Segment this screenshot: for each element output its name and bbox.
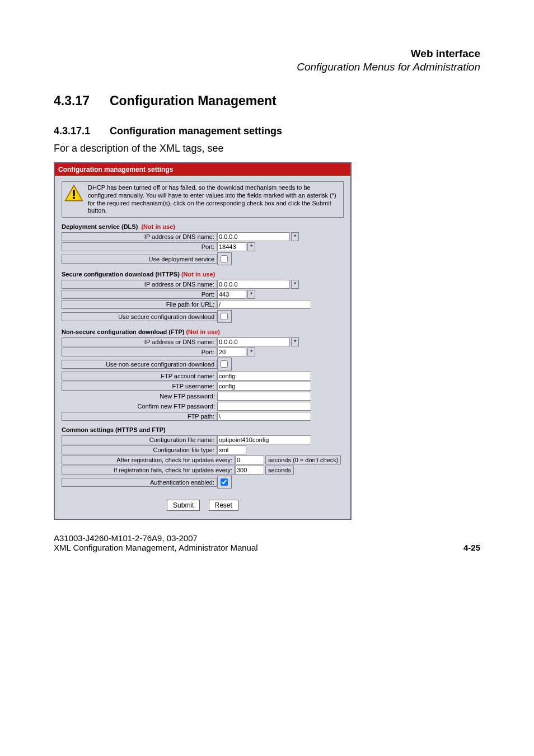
asterisk-mark: * [291,232,299,241]
header-title: Web interface [54,48,480,60]
asterisk-mark: * [247,242,255,251]
dls-use-checkbox[interactable] [221,255,228,262]
common-heading: Common settings (HTTPS and FTP) [62,426,344,433]
https-path-label: File path for URL: [62,300,217,309]
common-filename-input[interactable] [217,435,311,444]
https-port-label: Port: [62,290,217,299]
https-path-input[interactable] [217,300,311,309]
dls-ip-label: IP address or DNS name: [62,232,217,241]
ftp-account-input[interactable] [217,372,311,381]
page-header: Web interface Configuration Menus for Ad… [54,48,480,73]
footer-line1: A31003-J4260-M101-2-76A9, 03-2007 [54,533,258,543]
https-ip-label: IP address or DNS name: [62,280,217,289]
info-box: DHCP has been turned off or has failed, … [62,181,344,218]
dls-use-label: Use deployment service [62,255,217,264]
ftp-ip-label: IP address or DNS name: [62,337,217,346]
section-heading: 4.3.17Configuration Management [54,93,480,109]
ftp-confirmpw-label: Confirm new FTP password: [62,402,217,410]
asterisk-mark: * [291,337,299,346]
ftp-confirmpw-input[interactable] [217,402,311,411]
common-iffail-trail: seconds [265,466,294,475]
common-iffail-label: If registration fails, check for updates… [62,466,235,475]
ftp-path-input[interactable] [217,412,311,421]
common-afterreg-label: After registration, check for updates ev… [62,456,235,464]
common-iffail-input[interactable] [235,466,264,475]
ftp-port-label: Port: [62,348,217,356]
dls-port-input[interactable] [217,242,246,251]
ftp-heading: Non-secure configuration download (FTP) … [62,328,344,335]
common-filetype-label: Configuration file type: [62,445,217,454]
common-filetype-input[interactable] [217,445,246,454]
panel-title: Configuration management settings [55,163,350,176]
submit-button[interactable]: Submit [167,500,200,511]
ftp-ip-input[interactable] [217,337,290,346]
dls-port-label: Port: [62,242,217,251]
common-afterreg-trail: seconds (0 = don't check) [265,456,341,464]
ftp-use-checkbox[interactable] [221,360,228,368]
subsection-number: 4.3.17.1 [54,125,110,137]
common-auth-checkbox[interactable] [221,478,228,486]
svg-rect-2 [73,197,74,199]
https-not-in-use: (Not in use) [181,271,216,278]
config-panel: Configuration management settings DHCP h… [54,162,352,520]
intro-text: For a description of the XML tags, see [54,143,480,154]
ftp-user-input[interactable] [217,382,311,391]
section-title: Configuration Management [110,93,277,108]
warning-icon [64,184,83,202]
common-auth-label: Authentication enabled: [62,478,217,487]
https-heading: Secure configuration download (HTTPS) (N… [62,271,344,278]
asterisk-mark: * [291,280,299,289]
dls-not-in-use: (Not in use) [141,223,175,230]
svg-rect-1 [73,190,74,196]
ftp-newpw-input[interactable] [217,392,311,401]
header-subtitle: Configuration Menus for Administration [54,61,480,73]
page-footer: A31003-J4260-M101-2-76A9, 03-2007 XML Co… [54,533,480,552]
footer-line2: XML Configuration Management, Administra… [54,543,258,552]
dls-ip-input[interactable] [217,232,290,241]
https-use-checkbox[interactable] [221,313,228,320]
asterisk-mark: * [247,290,255,299]
asterisk-mark: * [247,348,255,356]
ftp-path-label: FTP path: [62,412,217,421]
https-port-input[interactable] [217,290,246,299]
info-text: DHCP has been turned off or has failed, … [88,184,341,215]
reset-button[interactable]: Reset [209,500,238,511]
ftp-use-label: Use non-secure configuration download [62,360,217,369]
common-afterreg-input[interactable] [235,456,264,464]
footer-page-number: 4-25 [463,543,480,552]
subsection-title: Configuration management settings [110,125,282,137]
section-number: 4.3.17 [54,93,110,109]
https-use-label: Use secure configuration download [62,312,217,321]
ftp-newpw-label: New FTP password: [62,392,217,400]
ftp-user-label: FTP username: [62,382,217,391]
ftp-port-input[interactable] [217,348,246,356]
ftp-not-in-use: (Not in use) [186,328,220,335]
common-filename-label: Configuration file name: [62,435,217,444]
dls-heading: Deployment service (DLS) (Not in use) [62,223,344,230]
https-ip-input[interactable] [217,280,290,289]
ftp-account-label: FTP account name: [62,372,217,381]
subsection-heading: 4.3.17.1Configuration management setting… [54,125,480,137]
